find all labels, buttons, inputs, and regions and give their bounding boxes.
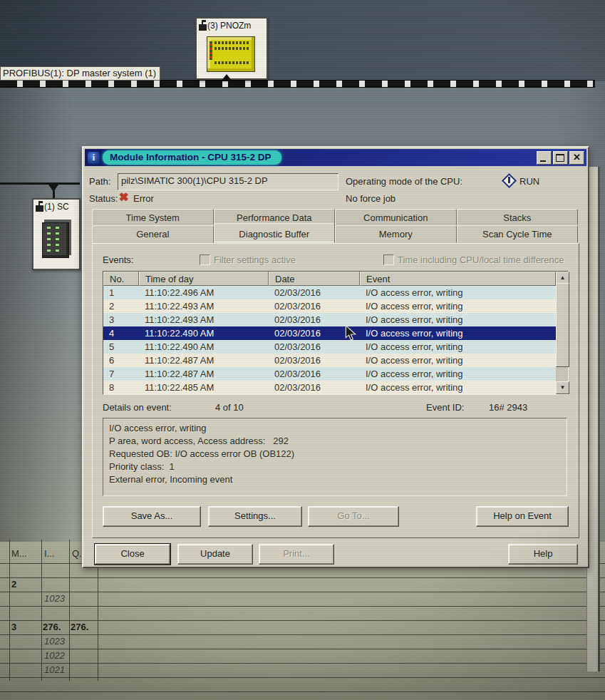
- header-date[interactable]: Date: [269, 272, 360, 286]
- path-field[interactable]: pilz\SIMATIC 300(1)\CPU 315-2 DP: [118, 173, 338, 190]
- filter-settings-checkbox[interactable]: [200, 254, 210, 265]
- col-i-header: I...: [44, 548, 54, 559]
- branch-line: [0, 182, 80, 185]
- station-icon: [199, 24, 207, 31]
- settings-button[interactable]: Settings...: [208, 506, 302, 527]
- status-label: Status:: [89, 193, 118, 204]
- events-label: Events:: [103, 254, 133, 265]
- time-difference-checkbox[interactable]: [383, 254, 394, 265]
- header-event[interactable]: Event: [360, 272, 556, 286]
- maximize-button[interactable]: [553, 151, 568, 165]
- detail-line: P area, word access, Access address: 292: [109, 435, 561, 448]
- detail-line: I/O access error, writing: [109, 422, 561, 435]
- mouse-cursor: [344, 325, 357, 342]
- event-row-1[interactable]: 1 11:10:22.496 AM 02/03/2016 I/O access …: [103, 286, 556, 299]
- tab-scan-cycle-time[interactable]: Scan Cycle Time: [457, 225, 579, 243]
- station-pnoz-label: (3) PNOZm: [207, 21, 264, 31]
- scroll-down-icon[interactable]: ▼: [556, 381, 569, 394]
- details-count: 4 of 10: [215, 402, 244, 413]
- header-no[interactable]: No.: [103, 272, 139, 286]
- minimize-icon: [540, 160, 546, 162]
- station-slave-label: (1) SC: [44, 202, 77, 212]
- error-icon: ✖: [119, 190, 128, 204]
- detail-line: Requested OB: I/O access error OB (OB122…: [109, 448, 561, 460]
- profibus-rail: [0, 80, 595, 88]
- details-label: Details on event:: [103, 402, 172, 413]
- tab-memory[interactable]: Memory: [335, 225, 457, 243]
- pnoz-device-icon: [207, 36, 255, 72]
- events-scrollbar[interactable]: ▲ ▼: [556, 272, 568, 394]
- event-details-box: I/O access error, writing P area, word a…: [103, 418, 567, 496]
- event-id-label: Event ID:: [426, 402, 464, 413]
- dialog-titlebar[interactable]: i Module Information - CPU 315-2 DP ✕: [85, 149, 586, 166]
- station-icon: [36, 205, 43, 212]
- module-info-icon: i: [88, 152, 100, 164]
- profibus-label: PROFIBUS(1): DP master system (1): [0, 66, 160, 81]
- update-button[interactable]: Update: [177, 544, 253, 565]
- opmode-label: Operating mode of the CPU:: [346, 176, 462, 187]
- help-button[interactable]: Help: [508, 544, 578, 565]
- header-time-of-day[interactable]: Time of day: [139, 272, 269, 286]
- table-row[interactable]: 1023: [0, 592, 605, 607]
- event-row-3[interactable]: 3 11:10:22.493 AM 02/03/2016 I/O access …: [103, 313, 556, 326]
- table-row[interactable]: 2: [0, 577, 605, 592]
- table-row[interactable]: 1023: [0, 634, 605, 649]
- print-button[interactable]: Print...: [259, 544, 334, 565]
- filter-settings-label: Filter settings active: [214, 254, 296, 265]
- close-button[interactable]: ✕: [569, 151, 584, 165]
- force-job-status: No force job: [346, 193, 395, 204]
- event-id-value: 16# 2943: [489, 402, 527, 413]
- tab-general[interactable]: General: [92, 225, 214, 243]
- help-on-event-button[interactable]: Help on Event: [476, 506, 569, 527]
- diagnostic-buffer-panel: Events: Filter settings active Time incl…: [92, 243, 579, 538]
- table-row[interactable]: [0, 677, 605, 692]
- tab-communication[interactable]: Communication: [335, 209, 457, 225]
- events-table: No. Time of day Date Event 1 11:10:22.49…: [103, 271, 569, 395]
- station-slave[interactable]: (1) SC: [32, 198, 81, 270]
- close-icon: ✕: [570, 152, 584, 163]
- detail-line: Priority class: 1: [109, 460, 561, 473]
- slave-device-icon: [42, 222, 69, 258]
- bus-connector: [221, 74, 232, 81]
- table-row[interactable]: 3 276. 276.: [0, 620, 605, 635]
- tab-row-back: Time System Performance Data Communicati…: [92, 209, 578, 225]
- maximize-icon: [556, 154, 564, 162]
- table-row[interactable]: 1022: [0, 649, 605, 664]
- save-as-button[interactable]: Save As...: [103, 506, 201, 527]
- tab-diagnostic-buffer[interactable]: Diagnostic Buffer: [214, 223, 336, 243]
- table-row[interactable]: [0, 606, 605, 621]
- tab-stacks[interactable]: Stacks: [457, 209, 579, 225]
- close-dialog-button[interactable]: Close: [95, 544, 170, 565]
- opmode-value: RUN: [519, 176, 539, 187]
- event-row-7[interactable]: 7 11:10:22.487 AM 02/03/2016 I/O access …: [103, 367, 556, 381]
- table-row[interactable]: 1021: [0, 663, 605, 678]
- station-pnoz[interactable]: (3) PNOZm: [195, 17, 268, 80]
- dialog-title: Module Information - CPU 315-2 DP: [103, 150, 281, 165]
- status-value: Error: [133, 193, 154, 204]
- event-row-2[interactable]: 2 11:10:22.493 AM 02/03/2016 I/O access …: [103, 299, 556, 313]
- event-row-4-selected[interactable]: 4 11:10:22.490 AM 02/03/2016 I/O access …: [103, 326, 556, 340]
- event-row-6[interactable]: 6 11:10:22.487 AM 02/03/2016 I/O access …: [103, 354, 556, 367]
- module-information-dialog: i Module Information - CPU 315-2 DP ✕ Pa…: [82, 146, 589, 568]
- scrollbar-thumb[interactable]: [556, 283, 569, 367]
- event-row-5[interactable]: 5 11:10:22.490 AM 02/03/2016 I/O access …: [103, 340, 556, 354]
- run-indicator-icon: [502, 174, 514, 186]
- col-m-header: M...: [11, 548, 27, 559]
- events-rows: 1 11:10:22.496 AM 02/03/2016 I/O access …: [103, 286, 556, 394]
- go-to-button[interactable]: Go To...: [308, 506, 399, 527]
- detail-line: External error, Incoming event: [109, 473, 561, 486]
- tab-row-front: General Diagnostic Buffer Memory Scan Cy…: [92, 225, 578, 243]
- minimize-button[interactable]: [537, 151, 552, 165]
- time-difference-label: Time including CPU/local time difference: [398, 254, 564, 265]
- tab-time-system[interactable]: Time System: [92, 209, 214, 225]
- event-row-8[interactable]: 8 11:10:22.485 AM 02/03/2016 I/O access …: [103, 381, 556, 394]
- events-table-header: No. Time of day Date Event: [103, 272, 556, 286]
- path-label: Path:: [89, 176, 110, 187]
